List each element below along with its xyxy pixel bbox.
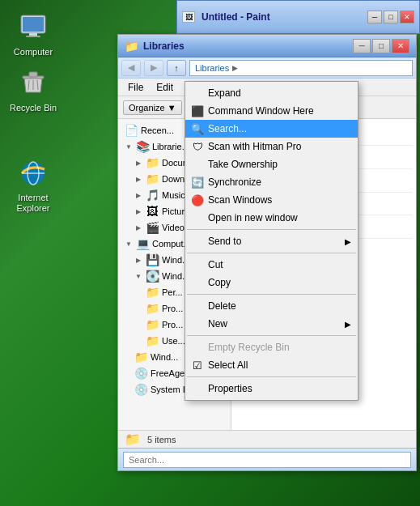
nav-item-use-label: Use... bbox=[162, 336, 185, 346]
music-icon: 🎵 bbox=[146, 189, 159, 202]
desktop-icon-recycle-bin[interactable]: Recycle Bin bbox=[4, 64, 62, 117]
nav-item-pro2-label: Pro... bbox=[162, 320, 183, 330]
synchronize-label: Synchronize bbox=[208, 176, 261, 188]
context-menu-item-copy[interactable]: Copy bbox=[185, 274, 358, 291]
context-menu-item-empty-recycle-bin[interactable]: Empty Recycle Bin bbox=[185, 338, 358, 356]
separator-2 bbox=[187, 253, 356, 253]
context-menu-item-select-all[interactable]: ☑ Select All bbox=[185, 356, 358, 374]
select-all-icon: ☑ bbox=[190, 358, 205, 372]
new-label: New bbox=[208, 318, 227, 330]
close-button[interactable]: ✕ bbox=[392, 39, 409, 53]
command-window-icon: ⬛ bbox=[190, 104, 205, 118]
wind1-expand: ▶ bbox=[134, 256, 142, 264]
context-menu-item-command-window[interactable]: ⬛ Command Window Here bbox=[185, 102, 358, 120]
copy-label: Copy bbox=[208, 277, 231, 288]
paint-close[interactable]: ✕ bbox=[400, 11, 414, 23]
documents-icon: 📁 bbox=[146, 156, 159, 169]
separator-3 bbox=[187, 294, 356, 295]
navigation-toolbar: ◀ ▶ ↑ Libraries ▶ bbox=[118, 57, 416, 79]
pictures-expand: ▶ bbox=[134, 207, 142, 215]
scan-hitman-label: Scan with Hitman Pro bbox=[208, 141, 301, 152]
menu-file[interactable]: File bbox=[121, 80, 150, 95]
paint-window[interactable]: 🖼 Untitled - Paint ─ □ ✕ bbox=[176, 0, 420, 34]
per-icon: 📁 bbox=[146, 286, 159, 299]
documents-expand: ▶ bbox=[134, 159, 142, 167]
expand-label: Expand bbox=[208, 87, 241, 99]
context-menu-item-scan-hitman[interactable]: 🛡 Scan with Hitman Pro bbox=[185, 138, 358, 155]
svg-rect-2 bbox=[29, 33, 37, 36]
organize-button[interactable]: Organize ▼ bbox=[123, 100, 182, 115]
recent-icon: 📄 bbox=[125, 124, 138, 137]
status-bar: 📁 5 items bbox=[118, 430, 416, 448]
maximize-button[interactable]: □ bbox=[372, 39, 390, 53]
recycle-bin-label: Recycle Bin bbox=[10, 103, 57, 113]
context-menu-item-properties[interactable]: Properties bbox=[185, 380, 358, 398]
minimize-button[interactable]: ─ bbox=[353, 39, 371, 53]
wind3-icon: 📁 bbox=[134, 351, 147, 364]
context-menu-item-open-new-window[interactable]: Open in new window bbox=[185, 209, 358, 227]
paint-minimize[interactable]: ─ bbox=[367, 11, 382, 23]
separator-5 bbox=[187, 376, 356, 377]
select-all-label: Select All bbox=[208, 359, 248, 371]
forward-button[interactable]: ▶ bbox=[144, 60, 163, 76]
nav-item-wind3-label: Wind... bbox=[151, 352, 178, 362]
paint-title: Untitled - Paint bbox=[202, 11, 364, 23]
libraries-icon: 📚 bbox=[136, 140, 149, 153]
back-button[interactable]: ◀ bbox=[121, 60, 141, 76]
computer-expand: ▼ bbox=[125, 240, 133, 248]
properties-label: Properties bbox=[208, 383, 252, 394]
context-menu-item-scan-windows[interactable]: 🔴 Scan Windows bbox=[185, 191, 358, 209]
svg-rect-5 bbox=[29, 72, 37, 77]
desktop-icon-ie[interactable]: Internet Explorer bbox=[4, 154, 62, 217]
separator-4 bbox=[187, 335, 356, 336]
menu-edit[interactable]: Edit bbox=[150, 80, 180, 95]
scan-windows-icon: 🔴 bbox=[190, 193, 205, 207]
pro2-icon: 📁 bbox=[146, 318, 159, 331]
context-menu-item-cut[interactable]: Cut bbox=[185, 256, 358, 274]
context-menu: Expand ⬛ Command Window Here 🔍 Search...… bbox=[185, 81, 358, 401]
context-menu-item-delete[interactable]: Delete bbox=[185, 297, 358, 315]
command-window-label: Command Window Here bbox=[208, 105, 314, 117]
breadcrumb-arrow: ▶ bbox=[232, 64, 238, 72]
address-bar[interactable]: Libraries ▶ bbox=[189, 60, 413, 76]
status-text: 5 items bbox=[147, 435, 176, 444]
window-title-text: Libraries bbox=[143, 40, 185, 52]
use-icon: 📁 bbox=[146, 334, 159, 347]
videos-expand: ▶ bbox=[134, 223, 142, 232]
search-input[interactable] bbox=[123, 452, 411, 468]
computer-label: Computer bbox=[14, 47, 53, 57]
pictures-icon: 🖼 bbox=[146, 205, 159, 218]
nav-item-recent-label: Recen... bbox=[141, 125, 174, 135]
context-menu-item-take-ownership[interactable]: Take Ownership bbox=[185, 155, 358, 173]
wind1-icon: 💾 bbox=[146, 253, 159, 266]
desktop-icon-computer[interactable]: Computer bbox=[4, 8, 62, 61]
empty-recycle-bin-label: Empty Recycle Bin bbox=[208, 342, 290, 353]
scan-hitman-icon: 🛡 bbox=[190, 139, 205, 154]
nav-item-libraries-label: Librarie... bbox=[152, 142, 189, 151]
context-menu-item-expand[interactable]: Expand bbox=[185, 84, 358, 102]
videos-icon: 🎬 bbox=[146, 221, 159, 234]
context-menu-item-new[interactable]: New ▶ bbox=[185, 315, 358, 333]
context-menu-item-synchronize[interactable]: 🔄 Synchronize bbox=[185, 173, 358, 191]
synchronize-icon: 🔄 bbox=[190, 175, 205, 189]
window-title-area: 📁 Libraries bbox=[125, 40, 353, 53]
downloads-icon: 📁 bbox=[146, 172, 159, 185]
paint-icon: 🖼 bbox=[182, 11, 195, 23]
paint-restore[interactable]: □ bbox=[384, 11, 398, 23]
freeagent-icon: 💿 bbox=[134, 367, 147, 380]
recycle-bin-icon bbox=[17, 67, 49, 100]
context-menu-item-send-to[interactable]: Send to ▶ bbox=[185, 232, 358, 250]
music-expand: ▶ bbox=[134, 191, 142, 199]
desktop: 🖼 Untitled - Paint ─ □ ✕ Computer bbox=[0, 0, 420, 506]
organize-label: Organize bbox=[129, 103, 165, 113]
breadcrumb-libraries[interactable]: Libraries bbox=[195, 63, 229, 73]
nav-item-music-label: Music bbox=[162, 190, 185, 200]
status-folder-icon: 📁 bbox=[125, 432, 141, 447]
separator-1 bbox=[187, 229, 356, 230]
context-menu-item-search[interactable]: 🔍 Search... bbox=[185, 120, 358, 138]
send-to-label: Send to bbox=[208, 236, 241, 247]
window-titlebar: 📁 Libraries ─ □ ✕ bbox=[118, 35, 416, 57]
up-button[interactable]: ↑ bbox=[167, 60, 186, 76]
paint-toolbar: ─ □ ✕ bbox=[367, 11, 414, 23]
organize-dropdown-arrow: ▼ bbox=[168, 103, 176, 113]
